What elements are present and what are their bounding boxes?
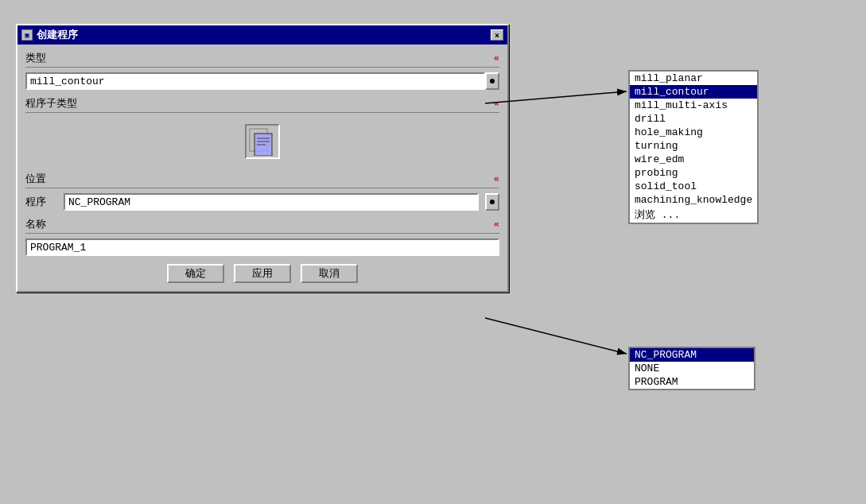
type-dropdown-dot bbox=[490, 79, 495, 83]
subtype-section-title: 程序子类型 bbox=[25, 96, 77, 110]
button-row: 确定 应用 取消 bbox=[25, 264, 499, 283]
type-input[interactable] bbox=[25, 72, 485, 90]
type-option-solid-tool[interactable]: solid_tool bbox=[630, 180, 757, 193]
subtype-icon[interactable] bbox=[245, 124, 280, 159]
dialog-title: 创建程序 bbox=[37, 28, 78, 42]
position-section-title: 位置 bbox=[25, 172, 46, 186]
apply-button[interactable]: 应用 bbox=[234, 264, 291, 283]
program-arrow bbox=[485, 318, 627, 354]
type-option-turning[interactable]: turning bbox=[630, 139, 757, 153]
position-section-header: 位置 « bbox=[25, 172, 499, 188]
position-section: 位置 « 程序 bbox=[25, 172, 499, 211]
type-collapse-icon[interactable]: « bbox=[494, 52, 499, 64]
type-field-row bbox=[25, 72, 499, 90]
name-input[interactable] bbox=[25, 238, 499, 256]
program-dropdown-dot bbox=[490, 200, 495, 204]
name-section-title: 名称 bbox=[25, 217, 46, 231]
type-dropdown-button[interactable] bbox=[485, 72, 499, 90]
name-collapse-icon[interactable]: « bbox=[494, 219, 499, 230]
position-collapse-icon[interactable]: « bbox=[494, 173, 499, 184]
program-option-none[interactable]: NONE bbox=[630, 362, 754, 375]
type-option-mill-planar[interactable]: mill_planar bbox=[630, 72, 757, 85]
program-option-program[interactable]: PROGRAM bbox=[630, 375, 754, 389]
type-dropdown-list: mill_planar mill_contour mill_multi-axis… bbox=[628, 70, 759, 224]
type-option-hole-making[interactable]: hole_making bbox=[630, 126, 757, 139]
position-row: 程序 bbox=[25, 193, 499, 211]
subtype-section-header: 程序子类型 « bbox=[25, 96, 499, 113]
type-option-mill-multi-axis[interactable]: mill_multi-axis bbox=[630, 99, 757, 112]
program-label: 程序 bbox=[25, 195, 57, 209]
type-option-drill[interactable]: drill bbox=[630, 112, 757, 126]
type-option-wire-edm[interactable]: wire_edm bbox=[630, 153, 757, 166]
name-section: 名称 « bbox=[25, 217, 499, 256]
close-button[interactable]: × bbox=[491, 29, 503, 41]
program-input[interactable] bbox=[64, 193, 479, 211]
program-dropdown-button[interactable] bbox=[485, 193, 499, 211]
subtype-collapse-icon[interactable]: « bbox=[494, 98, 499, 109]
program-option-nc-program[interactable]: NC_PROGRAM bbox=[630, 348, 754, 362]
type-option-machining-knowledge[interactable]: machining_knowledge bbox=[630, 193, 757, 207]
type-option-mill-contour[interactable]: mill_contour bbox=[630, 85, 757, 99]
subtype-area bbox=[25, 118, 499, 165]
cancel-button[interactable]: 取消 bbox=[301, 264, 358, 283]
subtype-icon-svg bbox=[248, 127, 277, 156]
subtype-section: 程序子类型 « bbox=[25, 96, 499, 165]
type-section: 类型 « bbox=[25, 51, 499, 90]
type-option-browse[interactable]: 浏览 ... bbox=[630, 207, 757, 223]
dialog-body: 类型 « 程序子类型 « bbox=[17, 45, 507, 291]
title-bar-left: ▣ 创建程序 bbox=[21, 28, 78, 42]
create-program-dialog: ▣ 创建程序 × 类型 « 程序子类型 « bbox=[16, 24, 509, 293]
type-option-probing[interactable]: probing bbox=[630, 166, 757, 180]
program-dropdown-list: NC_PROGRAM NONE PROGRAM bbox=[628, 347, 755, 390]
title-icon: ▣ bbox=[21, 29, 33, 41]
name-section-header: 名称 « bbox=[25, 217, 499, 234]
title-bar: ▣ 创建程序 × bbox=[17, 25, 507, 45]
ok-button[interactable]: 确定 bbox=[167, 264, 224, 283]
type-section-title: 类型 bbox=[25, 51, 46, 65]
type-section-header: 类型 « bbox=[25, 51, 499, 68]
